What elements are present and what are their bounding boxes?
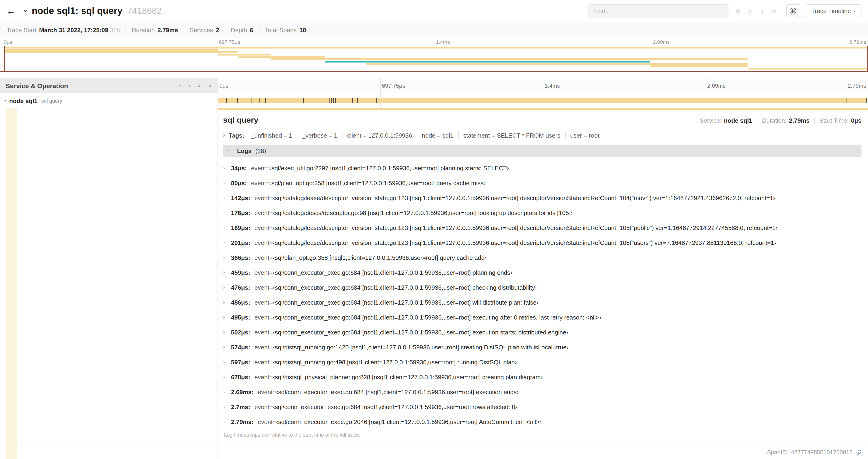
log-entry[interactable]: ›366μs:event = ‹sql/plan_opt.go:358 [nsq… [223, 250, 862, 265]
span-id-row: SpanID: 4877749850101760812 [767, 449, 862, 456]
collapse-header-chevron-icon[interactable]: › [22, 10, 30, 12]
tag-equals: = [361, 132, 368, 139]
summary-label: Depth [231, 27, 247, 34]
chevron-right-icon: › [223, 374, 231, 380]
log-marker [331, 98, 332, 103]
log-timestamp: 189μs: [231, 224, 250, 231]
trace-view-select[interactable]: Trace Timeline › [806, 4, 862, 18]
log-field-key: event [254, 239, 269, 246]
meta-label: Duration: [762, 117, 787, 124]
log-entry[interactable]: ›2.7ms:event = ‹sql/conn_executor_exec.g… [223, 399, 862, 414]
log-field-value: ‹sql/distsql_running.go:498 [nsql1,clien… [273, 358, 517, 365]
tag-value: root [589, 132, 599, 139]
log-field-value: ‹sql/conn_executor_exec.go:684 [nsql1,cl… [273, 403, 517, 410]
log-entry[interactable]: ›34μs:event = ‹sql/exec_util.go:2297 [ns… [223, 160, 862, 175]
log-entry[interactable]: ›176μs:event = ‹sql/catalog/descs/descri… [223, 205, 862, 220]
timeline-gridline [543, 78, 543, 93]
log-entry[interactable]: ›574μs:event = ‹sql/distsql_running.go:1… [223, 339, 862, 355]
clear-search-icon[interactable]: ✕ [768, 7, 780, 15]
log-entry[interactable]: ›80μs:event = ‹sql/plan_opt.go:358 [nsql… [223, 175, 862, 190]
tags-accordion[interactable]: › Tags: _unfinished = 1_verbose = 1clien… [223, 132, 862, 139]
log-entry[interactable]: ›678μs:event = ‹sql/distsql_physical_pla… [223, 369, 862, 384]
log-entry[interactable]: ›495μs:event = ‹sql/conn_executor_exec.g… [223, 310, 862, 325]
log-entry[interactable]: ›476μs:event = ‹sql/conn_executor_exec.g… [223, 280, 862, 295]
tag: node = sql1 [422, 132, 453, 139]
span-color-accent [6, 108, 17, 459]
chevron-right-icon: › [223, 389, 231, 395]
summary-separator [225, 27, 225, 33]
meta-label: Service: [700, 117, 721, 124]
span-meta-item: Duration:2.79ms [762, 117, 810, 124]
log-entry[interactable]: ›502μs:event = ‹sql/conn_executor_exec.g… [223, 325, 862, 339]
next-match-icon[interactable]: ∨ [756, 7, 768, 15]
summary-label: Trace Start [6, 27, 36, 34]
log-equals: = [269, 358, 273, 365]
log-entry[interactable]: ›597μs:event = ‹sql/distsql_running.go:4… [223, 355, 862, 369]
log-equals: = [269, 284, 273, 291]
chevron-right-icon: › [223, 284, 231, 291]
chevron-down-icon: › [852, 10, 858, 12]
log-timestamp: 476μs: [231, 284, 250, 291]
find-input[interactable] [588, 4, 728, 18]
logs-footnote: Log timestamps are relative to the start… [223, 432, 862, 437]
log-timestamp: 502μs: [231, 329, 250, 336]
minimap-right-scrubber[interactable] [867, 46, 868, 71]
span-id-value: 4877749850101760812 [791, 449, 852, 456]
log-equals: = [269, 194, 273, 201]
minimap-left-scrubber[interactable] [4, 46, 5, 71]
span-duration-bar[interactable] [218, 98, 867, 103]
tag-value: 1 [334, 132, 337, 139]
back-button[interactable]: ← [6, 6, 19, 16]
log-entry[interactable]: ›459μs:event = ‹sql/conn_executor_exec.g… [223, 265, 862, 280]
page-title: node sql1: sql query [32, 6, 123, 16]
log-timestamp: 486μs: [231, 299, 250, 306]
collapse-one-icon[interactable]: › [189, 82, 191, 89]
collapse-all-icon[interactable]: » [208, 82, 211, 89]
tick-label: 697.75μs [219, 39, 240, 45]
log-field-value: ‹sql/plan_opt.go:358 [nsql1,client=127.0… [270, 179, 486, 186]
tick-label: 697.75μs [382, 83, 405, 89]
log-entry[interactable]: ›486μs:event = ‹sql/conn_executor_exec.g… [223, 295, 862, 310]
tag-value: sql1 [442, 132, 454, 139]
log-marker [333, 98, 334, 103]
log-field-key: event [254, 373, 269, 381]
summary-item: Depth6 [231, 27, 253, 34]
tag: _unfinished = 1 [251, 132, 292, 139]
span-row-name-cell[interactable]: › node sql1 sql query [0, 93, 217, 108]
span-collapse-chevron-icon[interactable]: › [2, 100, 8, 101]
service-operation-header: Service & Operation › › » » [0, 78, 217, 93]
timeline-ticks-header: 0μs697.75μs1.4ms2.09ms2.79ms [217, 78, 868, 93]
tag: statement = SELECT * FROM users [463, 132, 560, 139]
logs-accordion-header[interactable]: › Logs (18) [223, 144, 862, 157]
log-equals: = [269, 254, 273, 261]
log-field-value: ‹sql/catalog/lease/descriptor_version_st… [273, 224, 777, 231]
log-equals: = [269, 329, 273, 336]
log-field-key: event [254, 314, 269, 321]
tag-separator [297, 132, 298, 138]
trace-minimap[interactable] [0, 46, 868, 72]
log-timestamp: 574μs: [231, 343, 250, 351]
log-field-key: event [251, 164, 266, 171]
prev-match-icon[interactable]: ∧ [744, 7, 756, 15]
log-marker [325, 98, 326, 103]
link-icon[interactable] [856, 450, 862, 456]
log-equals: = [273, 418, 276, 425]
summary-separator [259, 27, 259, 33]
span-detail-row: sql query Service:node sql1Duration:2.79… [0, 108, 868, 459]
span-row-bar-cell[interactable] [217, 93, 868, 108]
log-entry[interactable]: ›142μs:event = ‹sql/catalog/lease/descri… [223, 190, 862, 205]
trace-id-short: 7418682 [127, 6, 162, 16]
log-marker [226, 98, 227, 103]
keyboard-shortcuts-button[interactable]: ⌘ [786, 4, 800, 18]
log-entry[interactable]: ›189μs:event = ‹sql/catalog/lease/descri… [223, 220, 862, 235]
column-resizer[interactable] [217, 108, 217, 459]
logs-count: (18) [255, 147, 266, 154]
log-entry[interactable]: ›2.69ms:event = ‹sql/conn_executor_exec.… [223, 384, 862, 399]
expand-one-icon[interactable]: › [177, 85, 184, 87]
log-entry[interactable]: ›201μs:event = ‹sql/catalog/lease/descri… [223, 235, 862, 250]
locate-match-icon[interactable]: ⊕ [732, 7, 744, 15]
chevron-right-icon: › [223, 269, 231, 276]
expand-all-icon[interactable]: » [196, 84, 203, 87]
chevron-right-icon: › [223, 329, 231, 335]
log-entry[interactable]: ›2.79ms:event = ‹sql/conn_executor_exec.… [223, 414, 862, 429]
